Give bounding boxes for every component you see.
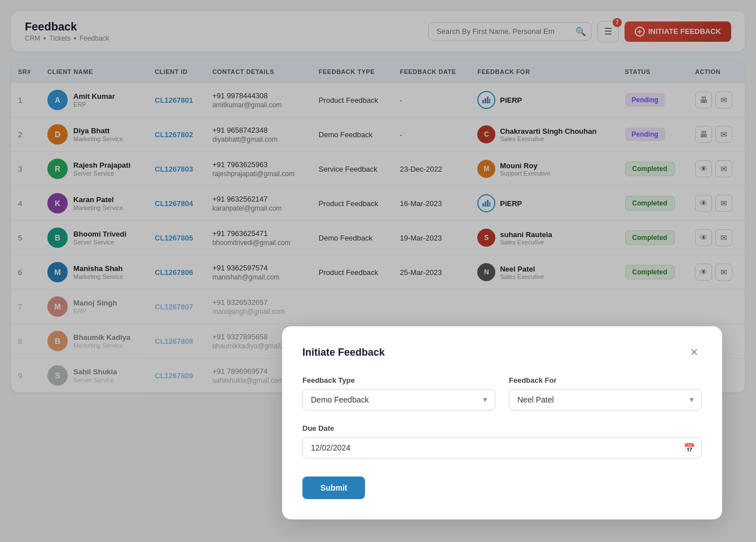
feedback-for-field: Feedback For Neel PatelMouni RoyChakrava… — [509, 376, 702, 410]
initiate-feedback-modal: Initiate Feedback ✕ Feedback Type Demo F… — [282, 326, 722, 519]
feedback-type-select-wrap: Demo FeedbackProduct FeedbackService Fee… — [302, 389, 495, 410]
due-date-input[interactable] — [302, 437, 702, 458]
feedback-type-select[interactable]: Demo FeedbackProduct FeedbackService Fee… — [302, 389, 495, 410]
due-date-field: Due Date 📅 — [302, 424, 702, 458]
modal-footer: Submit — [302, 477, 702, 499]
modal-fields-row: Feedback Type Demo FeedbackProduct Feedb… — [302, 376, 702, 410]
modal-header: Initiate Feedback ✕ — [302, 344, 702, 360]
due-date-label: Due Date — [302, 424, 702, 432]
submit-button[interactable]: Submit — [302, 477, 365, 499]
feedback-for-select-wrap: Neel PatelMouni RoyChakravarti Singh Cho… — [509, 389, 702, 410]
modal-overlay: Initiate Feedback ✕ Feedback Type Demo F… — [0, 0, 756, 542]
feedback-type-field: Feedback Type Demo FeedbackProduct Feedb… — [302, 376, 495, 410]
feedback-type-label: Feedback Type — [302, 376, 495, 384]
modal-date-row: Due Date 📅 — [302, 424, 702, 458]
feedback-for-label: Feedback For — [509, 376, 702, 384]
modal-title: Initiate Feedback — [302, 347, 385, 359]
due-date-input-wrap: 📅 — [302, 437, 702, 458]
feedback-for-select[interactable]: Neel PatelMouni RoyChakravarti Singh Cho… — [509, 389, 702, 410]
modal-close-button[interactable]: ✕ — [686, 344, 702, 360]
